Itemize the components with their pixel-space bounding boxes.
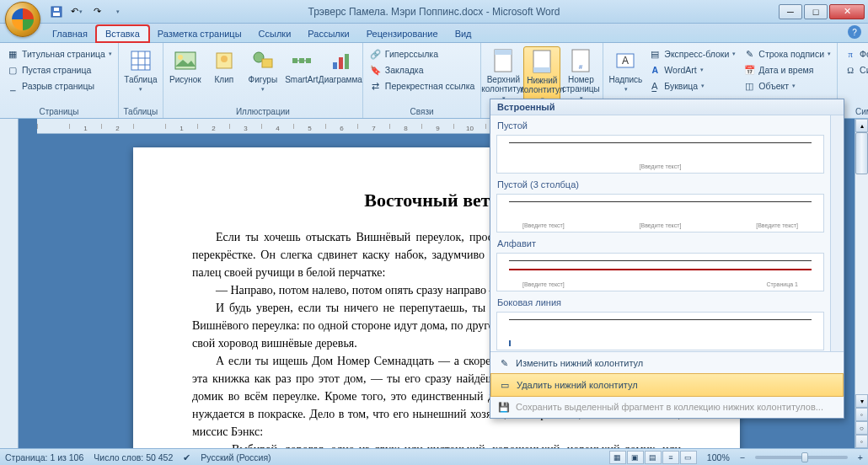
status-words[interactable]: Число слов: 50 452 [94,452,173,462]
zoom-in-button[interactable]: + [858,452,863,462]
object-icon: ◫ [742,79,756,93]
scroll-down-icon[interactable]: ▾ [855,394,868,408]
tab-view[interactable]: Вид [447,26,480,42]
sigline-icon: ✎ [742,47,756,61]
zoom-thumb[interactable] [801,452,808,462]
footer-button[interactable]: Нижний колонтитул▾ [523,46,560,105]
tab-home[interactable]: Главная [44,26,96,42]
redo-icon[interactable]: ↷ [88,3,106,21]
crossref-button[interactable]: ⇄Перекрестная ссылка [367,78,477,94]
edit-icon: ✎ [497,356,511,370]
status-proofing-icon[interactable]: ✔ [183,452,190,462]
svg-rect-13 [262,59,272,67]
datetime-button[interactable]: 📅Дата и время [740,62,833,78]
equation-icon: π [844,47,857,61]
tab-insert[interactable]: Вставка [96,25,149,42]
close-button[interactable]: ✕ [829,4,865,19]
vertical-ruler[interactable] [0,119,19,448]
edit-footer-menuitem[interactable]: ✎Изменить нижний колонтитул [490,352,844,374]
zoom-out-button[interactable]: − [740,452,745,462]
svg-rect-17 [333,62,337,69]
smartart-button[interactable]: SmartArt [283,46,320,86]
vertical-scrollbar[interactable]: ▴ ▾ ◦ ○ ◦ [855,119,868,448]
remove-footer-menuitem[interactable]: ▭Удалить нижний колонтитул [490,373,844,397]
svg-rect-2 [54,8,59,11]
symbol-button[interactable]: ΩСимвол▾ [841,62,868,78]
wordart-button[interactable]: AWordArt▾ [646,62,738,78]
gallery-item-blank3[interactable]: [Введите текст][Введите текст][Введите т… [494,191,827,235]
group-symbols: Символы [841,105,868,118]
window-title: Трэверс Памела. Мэри Поппинс.docx - Micr… [308,6,560,18]
gallery-item-blank[interactable]: [Введите текст] [494,132,827,176]
undo-icon[interactable]: ↶▾ [67,3,86,21]
chart-button[interactable]: Диаграмма [322,46,359,86]
gallery-body[interactable]: Пустой [Введите текст] Пустой (3 столбца… [490,115,830,351]
svg-rect-16 [306,58,311,63]
tab-page-layout[interactable]: Разметка страницы [149,26,250,42]
blank-page-icon: ▢ [6,63,19,77]
quickparts-icon: ▤ [648,47,662,61]
next-page-icon[interactable]: ◦ [855,435,868,448]
shapes-icon [250,48,276,73]
scroll-thumb[interactable] [855,132,868,174]
scroll-up-icon[interactable]: ▴ [855,119,868,132]
bookmark-icon: 🔖 [369,63,383,77]
bookmark-button[interactable]: 🔖Закладка [367,62,477,78]
datetime-icon: 📅 [742,63,756,77]
gallery-scrollbar[interactable] [830,115,844,351]
gallery-section-blank3: Пустой (3 столбца) [494,178,827,191]
dropcap-button[interactable]: A̲Буквица▾ [646,78,738,94]
view-outline[interactable]: ≡ [662,451,679,464]
view-print-layout[interactable]: ▦ [609,451,626,464]
tab-review[interactable]: Рецензирование [358,26,447,42]
textbox-button[interactable]: AНадпись▾ [607,46,644,94]
page-number-button[interactable]: #Номер страницы▾ [562,46,599,104]
ribbon-tabs: Главная Вставка Разметка страницы Ссылки… [0,24,868,43]
qat-customize-icon[interactable]: ▾ [108,3,126,21]
svg-rect-3 [131,51,150,70]
status-language[interactable]: Русский (Россия) [201,452,271,462]
page-break-button[interactable]: ⎯Разрыв страницы [3,78,115,94]
sigline-button[interactable]: ✎Строка подписи▾ [740,46,833,61]
hyperlink-button[interactable]: 🔗Гиперссылка [367,46,477,61]
svg-text:#: # [579,63,583,71]
minimize-button[interactable]: ─ [779,4,802,19]
page-break-icon: ⎯ [6,79,19,93]
picture-button[interactable]: Рисунок [167,46,204,86]
gallery-item-alphabet[interactable]: [Введите текст]Страница 1 [494,250,827,294]
quickparts-button[interactable]: ▤Экспресс-блоки▾ [646,46,738,61]
maximize-button[interactable]: □ [804,4,828,19]
svg-rect-14 [292,58,297,63]
status-page[interactable]: Страница: 1 из 106 [5,452,83,462]
object-button[interactable]: ◫Объект▾ [740,78,833,94]
blank-page-button[interactable]: ▢Пустая страница [3,62,115,78]
office-button[interactable] [5,2,40,37]
header-button[interactable]: Верхний колонтитул▾ [485,46,522,104]
gallery-section-sideline: Боковая линия [494,296,827,309]
remove-icon: ▭ [498,378,512,392]
help-icon[interactable]: ? [848,25,861,39]
status-bar: Страница: 1 из 106 Число слов: 50 452 ✔ … [0,448,868,465]
shapes-button[interactable]: Фигуры▾ [244,46,281,94]
cover-page-button[interactable]: ▦Титульная страница▾ [3,46,115,61]
prev-page-icon[interactable]: ◦ [855,408,868,421]
save-selection-icon: 💾 [497,400,511,414]
clip-button[interactable]: Клип [206,46,243,86]
zoom-slider[interactable] [755,456,848,459]
wordart-icon: A [648,63,662,77]
svg-rect-21 [495,50,512,55]
view-web[interactable]: ▤ [645,451,662,464]
footer-icon [529,49,555,74]
table-button[interactable]: Таблица▾ [122,46,159,94]
equation-button[interactable]: πФормула▾ [841,46,868,61]
zoom-level[interactable]: 100% [707,452,730,462]
view-draft[interactable]: ▭ [680,451,697,464]
view-full-screen[interactable]: ▣ [627,451,644,464]
tab-mailings[interactable]: Рассылки [299,26,357,42]
symbol-icon: Ω [844,63,857,77]
tab-references[interactable]: Ссылки [250,26,300,42]
quick-access-toolbar: ↶▾ ↷ ▾ [47,3,126,21]
browse-object-icon[interactable]: ○ [855,421,868,435]
save-icon[interactable] [47,3,66,21]
gallery-item-sideline[interactable] [494,309,827,351]
